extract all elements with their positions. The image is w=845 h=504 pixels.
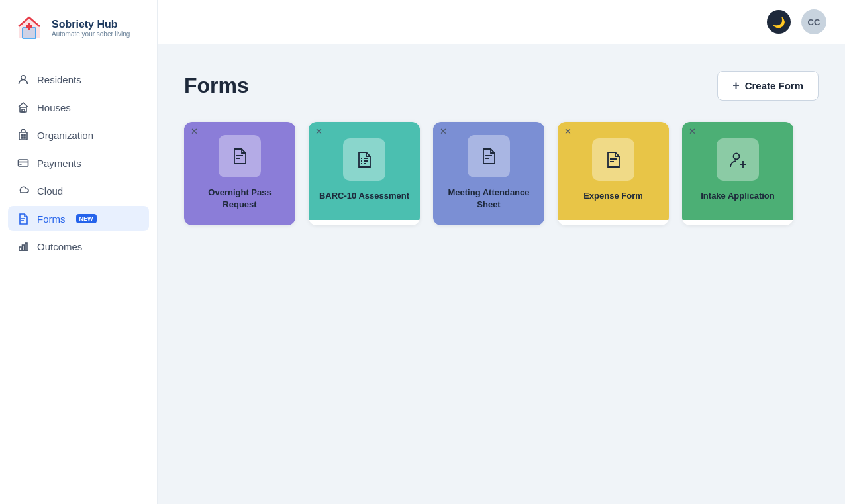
- svg-rect-12: [21, 137, 23, 138]
- form-icon-wrap: [343, 138, 385, 181]
- sidebar-item-label: Houses: [37, 102, 71, 113]
- create-form-label: Create Form: [745, 80, 803, 91]
- svg-rect-11: [24, 134, 25, 136]
- form-card-name: Overnight Pass Request: [193, 187, 286, 211]
- svg-rect-20: [19, 247, 21, 250]
- nav: Residents Houses: [0, 56, 157, 270]
- svg-rect-22: [25, 243, 27, 250]
- page-header-row: Forms + Create Form: [184, 71, 819, 101]
- form-icon-wrap: [717, 138, 759, 181]
- form-card-name: Expense Form: [583, 190, 643, 202]
- sidebar-item-label: Forms: [37, 213, 66, 225]
- sidebar-item-label: Organization: [37, 130, 93, 141]
- logo-text: Sobriety Hub Automate your sober living: [52, 19, 130, 38]
- form-card-name: Meeting Attendance Sheet: [442, 187, 535, 211]
- page-body: Forms + Create Form ✕: [158, 44, 845, 504]
- building-icon: [17, 129, 29, 141]
- svg-point-6: [21, 76, 25, 79]
- cloud-icon: [17, 185, 29, 197]
- user-avatar[interactable]: CC: [801, 9, 826, 34]
- form-card-intake-application[interactable]: ✕ Intake Application: [682, 122, 793, 225]
- form-icon-wrap: [592, 138, 634, 181]
- sidebar-item-outcomes[interactable]: Outcomes: [8, 234, 149, 259]
- svg-rect-9: [19, 132, 27, 140]
- sidebar-item-label: Outcomes: [37, 241, 82, 252]
- form-card-barc10[interactable]: ✕ BARC-10 Ass: [309, 122, 420, 225]
- main-content: 🌙 CC Forms + Create Form ✕: [158, 0, 845, 504]
- plus-icon: +: [732, 79, 740, 93]
- form-icon-wrap: [468, 135, 510, 177]
- close-icon[interactable]: ✕: [440, 127, 447, 136]
- form-card-meeting-attendance[interactable]: ✕ Meeting Attendance Sheet: [433, 122, 544, 225]
- sidebar-item-label: Cloud: [37, 185, 63, 197]
- logo-area[interactable]: Sobriety Hub Automate your sober living: [0, 0, 157, 56]
- card-body: Intake Application: [682, 122, 793, 220]
- create-form-button[interactable]: + Create Form: [717, 71, 819, 101]
- form-card-expense-form[interactable]: ✕ Expense Form: [558, 122, 669, 225]
- close-icon[interactable]: ✕: [191, 127, 198, 136]
- card-body: Expense Form: [558, 122, 669, 220]
- credit-card-icon: [17, 157, 29, 169]
- sidebar-item-label: Residents: [37, 74, 81, 85]
- document-icon: [17, 213, 29, 225]
- person-icon: [17, 74, 29, 85]
- home-icon: [17, 101, 29, 113]
- checklist-icon: [354, 150, 374, 170]
- document-icon: [603, 150, 623, 170]
- close-icon[interactable]: ✕: [315, 127, 323, 136]
- svg-rect-13: [24, 137, 25, 138]
- forms-grid: ✕ Overnight Pass Request ✕: [184, 122, 819, 225]
- sidebar-item-payments[interactable]: Payments: [8, 150, 149, 176]
- sidebar: Sobriety Hub Automate your sober living …: [0, 0, 158, 504]
- form-card-name: Intake Application: [701, 190, 774, 202]
- svg-point-35: [734, 153, 740, 159]
- sidebar-item-cloud[interactable]: Cloud: [8, 178, 149, 203]
- card-body: Meeting Attendance Sheet: [433, 122, 544, 225]
- svg-rect-21: [23, 245, 25, 250]
- form-card-name: BARC-10 Assessment: [319, 190, 409, 202]
- chart-icon: [17, 240, 29, 252]
- app-tagline: Automate your sober living: [52, 30, 130, 38]
- close-icon[interactable]: ✕: [689, 127, 696, 136]
- logo-icon: [13, 12, 45, 44]
- close-icon[interactable]: ✕: [564, 127, 572, 136]
- page-title: Forms: [184, 74, 249, 98]
- document-icon: [230, 146, 250, 166]
- sidebar-item-residents[interactable]: Residents: [8, 67, 149, 92]
- card-body: Overnight Pass Request: [184, 122, 295, 225]
- svg-rect-5: [26, 25, 32, 28]
- sidebar-item-houses[interactable]: Houses: [8, 95, 149, 120]
- svg-rect-14: [19, 160, 28, 166]
- form-card-overnight-pass[interactable]: ✕ Overnight Pass Request: [184, 122, 295, 225]
- header: 🌙 CC: [158, 0, 845, 44]
- sidebar-item-label: Payments: [37, 158, 81, 169]
- svg-rect-8: [22, 109, 25, 112]
- theme-toggle-button[interactable]: 🌙: [767, 10, 791, 34]
- sidebar-item-forms[interactable]: Forms NEW: [8, 206, 149, 231]
- svg-rect-10: [21, 134, 23, 136]
- document-icon: [479, 146, 499, 166]
- card-body: BARC-10 Assessment: [309, 122, 420, 220]
- person-add-icon: [728, 150, 748, 170]
- forms-badge: NEW: [76, 214, 97, 223]
- form-icon-wrap: [219, 135, 261, 177]
- sidebar-item-organization[interactable]: Organization: [8, 123, 149, 148]
- app-name: Sobriety Hub: [52, 19, 130, 30]
